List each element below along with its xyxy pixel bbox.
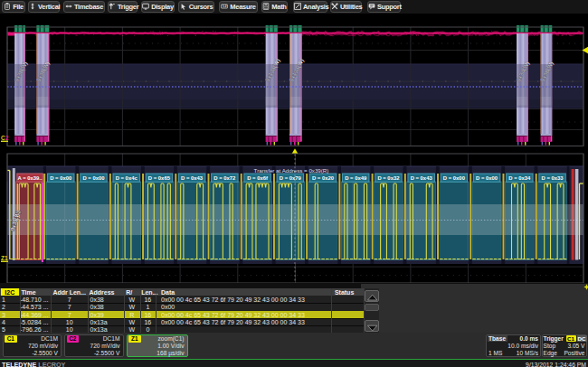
svg-text:D = 0x4c: D = 0x4c [116, 175, 138, 181]
svg-text:A = 0x39..: A = 0x39.. [17, 175, 42, 181]
svg-text:D = 0x00: D = 0x00 [50, 175, 72, 181]
svg-text:D = 0x49: D = 0x49 [345, 175, 367, 181]
svg-text:D = 0x43: D = 0x43 [411, 175, 433, 181]
svg-text:C2: C2 [1, 135, 9, 141]
svg-text:D = 0x72: D = 0x72 [213, 175, 236, 181]
svg-text:Z1: Z1 [1, 255, 8, 261]
svg-text:D = 0x00: D = 0x00 [443, 175, 466, 181]
svg-text:D = 0x6f: D = 0x6f [247, 175, 268, 181]
svg-text:D = 0x32: D = 0x32 [377, 175, 400, 181]
svg-text:Transfer at Address = 0x39(R): Transfer at Address = 0x39(R) [254, 167, 329, 174]
svg-text:D = 0x00: D = 0x00 [82, 175, 105, 181]
svg-text:D = 0x34: D = 0x34 [508, 175, 531, 181]
svg-text:D = 0x65: D = 0x65 [148, 175, 171, 181]
svg-text:D = 0x00: D = 0x00 [476, 175, 498, 181]
svg-text:D = 0x79: D = 0x79 [280, 175, 302, 181]
svg-text:D = 0x33: D = 0x33 [542, 175, 564, 181]
svg-text:D = 0x43: D = 0x43 [181, 175, 204, 181]
svg-text:D = 0x20: D = 0x20 [312, 175, 335, 181]
